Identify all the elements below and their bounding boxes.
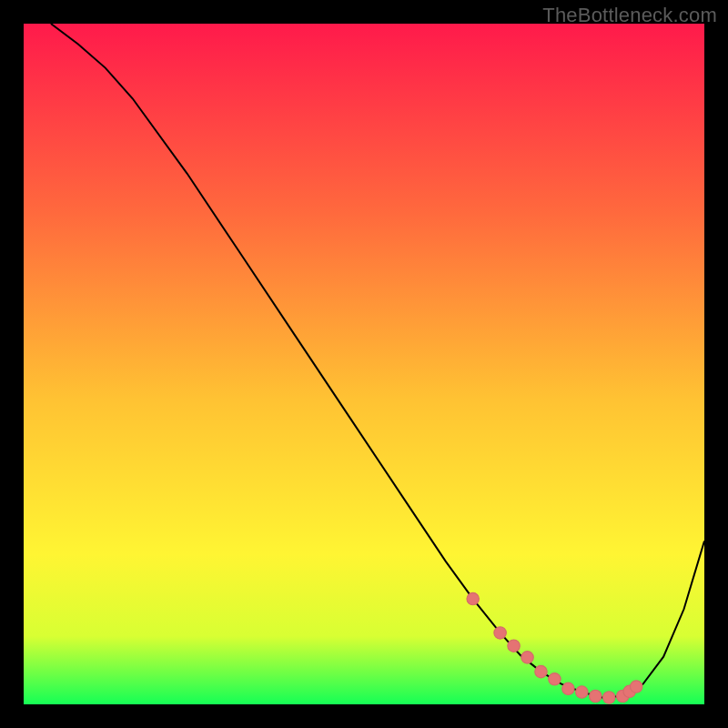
marker-point — [494, 627, 506, 639]
chart-svg — [24, 24, 704, 704]
marker-point — [549, 673, 561, 685]
marker-point — [590, 690, 602, 702]
marker-point — [467, 592, 479, 604]
watermark-label: TheBottleneck.com — [542, 4, 717, 27]
marker-point — [630, 681, 642, 693]
marker-point — [603, 692, 615, 703]
marker-point — [508, 640, 520, 652]
plot-area — [24, 24, 704, 704]
chart-container: TheBottleneck.com — [0, 0, 728, 728]
marker-point — [535, 665, 547, 677]
marker-point — [562, 682, 574, 694]
marker-point — [521, 652, 533, 663]
gradient-background — [24, 24, 704, 704]
marker-point — [576, 686, 588, 698]
